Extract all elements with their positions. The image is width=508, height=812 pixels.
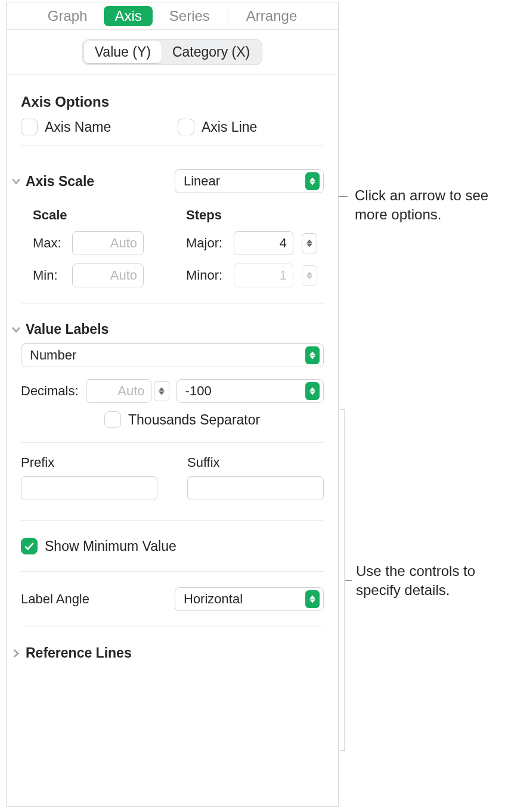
checkmark-icon [24, 541, 35, 551]
axis-name-checkbox[interactable] [21, 119, 38, 135]
value-labels-title: Value Labels [26, 321, 330, 337]
max-label: Max: [33, 235, 66, 251]
major-stepper[interactable] [302, 233, 317, 253]
suffix-label: Suffix [187, 455, 324, 476]
svg-marker-14 [309, 600, 315, 603]
max-input[interactable]: Auto [72, 231, 144, 255]
svg-marker-8 [309, 356, 315, 359]
tab-axis[interactable]: Axis [104, 6, 152, 26]
chevron-down-icon [12, 177, 20, 185]
tabbar-separator [228, 10, 228, 22]
svg-marker-2 [309, 182, 315, 185]
popup-updown-icon [305, 346, 320, 364]
axis-scale-popup[interactable]: Linear [175, 169, 324, 193]
axis-line-checkbox[interactable] [178, 119, 194, 135]
svg-marker-5 [306, 272, 312, 275]
value-labels-disclosure[interactable] [10, 326, 22, 334]
chevron-down-icon [12, 326, 20, 334]
svg-marker-7 [309, 352, 315, 355]
tab-arrange[interactable]: Arrange [236, 6, 308, 26]
callout-1-text: Click an arrow to see more options. [355, 186, 504, 225]
popup-updown-icon [305, 382, 320, 400]
reference-lines-title: Reference Lines [26, 645, 330, 661]
minor-stepper[interactable] [302, 265, 317, 286]
thousands-checkbox[interactable] [104, 411, 121, 428]
axis-segmented-bar: Value (Y) Category (X) [7, 30, 338, 74]
svg-marker-13 [309, 596, 315, 599]
suffix-input[interactable] [187, 476, 324, 500]
reference-lines-disclosure[interactable] [10, 649, 22, 658]
segment-value-y[interactable]: Value (Y) [84, 41, 162, 63]
axis-name-checkbox-row: Axis Name [21, 119, 167, 135]
svg-marker-11 [309, 388, 315, 391]
popup-updown-icon [305, 590, 320, 608]
prefix-input[interactable] [21, 476, 157, 500]
svg-marker-12 [309, 392, 315, 395]
segment-category-x[interactable]: Category (X) [162, 41, 261, 63]
popup-updown-icon [305, 172, 320, 190]
label-angle-popup[interactable]: Horizontal [175, 587, 324, 611]
axis-name-label: Axis Name [45, 119, 111, 135]
axis-line-label: Axis Line [202, 119, 257, 135]
svg-marker-10 [159, 392, 165, 395]
min-label: Min: [33, 268, 66, 283]
show-min-value-label: Show Minimum Value [45, 538, 176, 554]
minor-label: Minor: [186, 268, 228, 283]
chevron-right-icon [12, 649, 20, 658]
axis-scale-disclosure[interactable] [10, 177, 22, 185]
minor-input[interactable]: 1 [234, 264, 293, 287]
major-input[interactable]: 4 [234, 231, 293, 255]
svg-marker-6 [306, 276, 312, 280]
svg-marker-4 [306, 244, 312, 247]
svg-marker-1 [309, 178, 315, 181]
format-tabbar: Graph Axis Series Arrange [7, 2, 338, 30]
prefix-label: Prefix [21, 455, 157, 476]
scale-col-label: Scale [33, 207, 171, 227]
label-angle-label: Label Angle [21, 591, 163, 607]
tab-graph[interactable]: Graph [37, 6, 98, 26]
decimals-stepper[interactable] [154, 381, 169, 401]
svg-marker-3 [306, 240, 312, 243]
thousands-label: Thousands Separator [128, 412, 260, 428]
axis-scale-title: Axis Scale [26, 173, 175, 190]
decimals-input[interactable]: Auto [86, 379, 151, 403]
axis-options-title: Axis Options [21, 94, 324, 119]
axis-line-checkbox-row: Axis Line [178, 119, 324, 135]
decimals-label: Decimals: [21, 383, 79, 399]
format-panel: Graph Axis Series Arrange Value (Y) Cate… [6, 2, 339, 807]
negative-format-popup[interactable]: -100 [176, 379, 324, 403]
value-labels-format-popup[interactable]: Number [21, 343, 324, 367]
tab-series[interactable]: Series [159, 6, 221, 26]
major-label: Major: [186, 235, 228, 251]
steps-col-label: Steps [186, 207, 324, 227]
show-min-value-checkbox[interactable] [21, 538, 38, 554]
svg-marker-9 [159, 388, 165, 391]
min-input[interactable]: Auto [72, 264, 144, 287]
callout-2-text: Use the controls to specify details. [356, 562, 505, 600]
